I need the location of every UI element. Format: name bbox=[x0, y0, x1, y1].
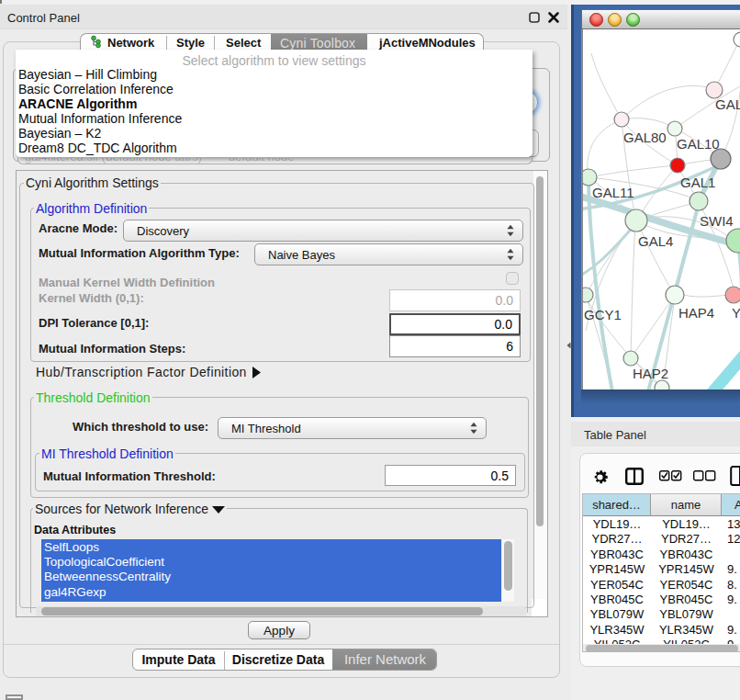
svg-text:HAP4: HAP4 bbox=[678, 305, 714, 321]
svg-text:GAL10: GAL10 bbox=[677, 136, 720, 152]
svg-text:HAP2: HAP2 bbox=[633, 366, 668, 381]
svg-text:GAL1: GAL1 bbox=[680, 175, 715, 190]
svg-text:GAL4: GAL4 bbox=[638, 233, 673, 249]
svg-text:Y: Y bbox=[732, 305, 740, 321]
svg-text:SWI4: SWI4 bbox=[700, 213, 734, 229]
svg-text:GAL11: GAL11 bbox=[592, 185, 634, 200]
svg-text:GCY1: GCY1 bbox=[584, 307, 622, 322]
svg-text:GAL80: GAL80 bbox=[623, 130, 667, 145]
svg-text:GAL7: GAL7 bbox=[715, 96, 740, 112]
